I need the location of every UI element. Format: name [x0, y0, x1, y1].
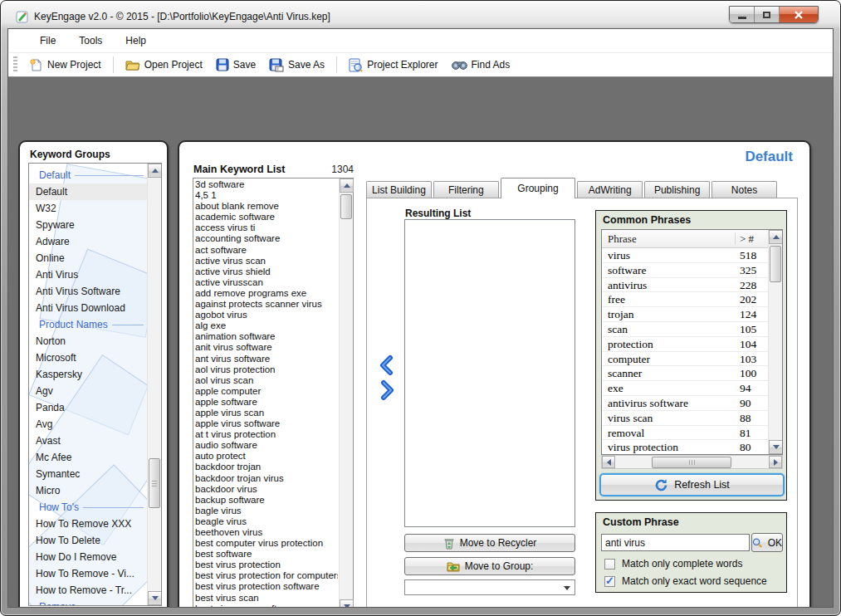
- column-count[interactable]: > #: [740, 232, 754, 246]
- scroll-up-button[interactable]: [148, 164, 162, 178]
- phrase-row[interactable]: antivirus software90: [602, 396, 768, 411]
- phrase-row[interactable]: trojan124: [602, 307, 768, 322]
- common-phrases-hscrollbar[interactable]: [601, 455, 783, 469]
- scrollbar-thumb[interactable]: [149, 458, 160, 508]
- keyword-list-item[interactable]: active virusscan: [195, 277, 338, 288]
- keyword-group-item[interactable]: Norton: [29, 333, 147, 350]
- checkbox-icon[interactable]: [604, 576, 615, 587]
- keyword-group-item[interactable]: W32: [29, 200, 147, 217]
- keyword-list-item[interactable]: best virus scan: [195, 593, 338, 604]
- move-left-button[interactable]: [376, 354, 398, 376]
- keyword-list-item[interactable]: ant virus software: [195, 354, 338, 364]
- keyword-list-item[interactable]: bagle virus: [195, 506, 338, 516]
- scroll-down-button[interactable]: [148, 591, 162, 605]
- keyword-group-item[interactable]: Adware: [29, 233, 147, 250]
- keyword-group-item[interactable]: Avast: [29, 433, 147, 449]
- common-phrases-vscrollbar[interactable]: [768, 230, 782, 454]
- scroll-up-button[interactable]: [340, 178, 354, 193]
- keyword-list-item[interactable]: accounting software: [195, 233, 338, 244]
- phrase-row[interactable]: exe94: [602, 381, 768, 396]
- keyword-list-item[interactable]: best software: [195, 549, 338, 560]
- keyword-list-item[interactable]: best computer virus protection: [195, 538, 338, 549]
- tab-grouping[interactable]: Grouping: [501, 178, 575, 198]
- keyword-list-item[interactable]: backdoor virus: [195, 484, 338, 495]
- keyword-list-item[interactable]: beagle virus: [195, 516, 338, 527]
- keyword-list-item[interactable]: apple virus software: [195, 418, 338, 429]
- save-as-button[interactable]: I Save As: [264, 56, 330, 75]
- keyword-list-item[interactable]: audio software: [195, 440, 338, 451]
- keyword-list-item[interactable]: apple computer: [195, 386, 338, 397]
- keyword-list-item[interactable]: apple software: [195, 397, 338, 408]
- close-button[interactable]: [780, 7, 818, 22]
- keyword-group-item[interactable]: Microsoft: [29, 350, 147, 366]
- phrase-row[interactable]: virus518: [602, 248, 768, 263]
- keyword-list-item[interactable]: aol virus protection: [195, 364, 338, 375]
- scrollbar-thumb[interactable]: [652, 457, 731, 468]
- match-exact-sequence-option[interactable]: Match only exact word sequence: [604, 575, 767, 587]
- keyword-list-item[interactable]: act software: [195, 245, 338, 256]
- tab-publishing[interactable]: Publishing: [644, 181, 710, 198]
- phrase-row[interactable]: software325: [602, 263, 768, 278]
- phrase-row[interactable]: removal81: [602, 426, 768, 441]
- phrase-row[interactable]: protection104: [602, 337, 768, 352]
- tab-adwriting[interactable]: AdWriting: [577, 181, 643, 198]
- keyword-list-item[interactable]: about blank remove: [195, 201, 338, 212]
- keyword-group-item[interactable]: How To Remove XXX: [29, 516, 147, 532]
- keyword-list-item[interactable]: against protects scanner virus: [195, 299, 338, 310]
- phrase-row[interactable]: scan105: [602, 322, 768, 337]
- keyword-group-item[interactable]: Anti Virus Download: [29, 300, 147, 316]
- keyword-group-item[interactable]: Mc Afee: [29, 449, 147, 466]
- project-explorer-button[interactable]: Project Explorer: [344, 56, 443, 75]
- keyword-list-item[interactable]: apple virus scan: [195, 408, 338, 418]
- scroll-up-button[interactable]: [769, 230, 783, 244]
- phrase-row[interactable]: antivirus228: [602, 278, 768, 293]
- move-to-group-button[interactable]: Move to Group:: [404, 557, 575, 575]
- scroll-left-button[interactable]: [602, 456, 615, 468]
- refresh-list-button[interactable]: Refresh List: [599, 473, 785, 496]
- keyword-group-item[interactable]: Avg: [29, 416, 147, 433]
- scroll-down-button[interactable]: [769, 440, 783, 454]
- keyword-list-item[interactable]: backdoor trojan virus: [195, 473, 338, 484]
- phrase-row[interactable]: scanner100: [602, 366, 768, 381]
- keyword-list-item[interactable]: backdoor trojan: [195, 462, 338, 472]
- keyword-list-item[interactable]: access virus ti: [195, 222, 338, 233]
- move-right-button[interactable]: [376, 379, 398, 401]
- match-complete-words-option[interactable]: Match only complete words: [604, 558, 742, 570]
- checkbox-icon[interactable]: [604, 559, 615, 570]
- toolbar-grip[interactable]: [13, 56, 17, 73]
- save-button[interactable]: Save: [211, 56, 261, 74]
- tab-list-building[interactable]: List Building: [366, 181, 432, 198]
- keyword-list-item[interactable]: at t virus protection: [195, 429, 338, 440]
- keyword-list-item[interactable]: best virus protection software: [195, 581, 338, 592]
- keyword-list-item[interactable]: active virus scan: [195, 256, 338, 266]
- keyword-group-item[interactable]: Panda: [29, 399, 147, 416]
- open-project-button[interactable]: Open Project: [120, 56, 208, 74]
- main-list-scrollbar[interactable]: [339, 178, 353, 608]
- keyword-list-item[interactable]: best virus protection: [195, 560, 338, 570]
- phrase-row[interactable]: virus protection80: [602, 440, 768, 455]
- keyword-group-item[interactable]: Micro: [29, 482, 147, 499]
- minimize-button[interactable]: [730, 7, 755, 22]
- tab-filtering[interactable]: Filtering: [433, 181, 499, 198]
- resulting-listbox[interactable]: [404, 219, 575, 527]
- keyword-group-item[interactable]: Symantec: [29, 466, 147, 482]
- find-ads-button[interactable]: Find Ads: [447, 56, 516, 73]
- keyword-list-item[interactable]: backup software: [195, 495, 338, 506]
- ok-button[interactable]: OK: [751, 533, 783, 552]
- keyword-list-item[interactable]: alg exe: [195, 320, 338, 331]
- keyword-list-item[interactable]: beethoven virus: [195, 527, 338, 538]
- custom-phrase-input[interactable]: [601, 534, 750, 551]
- tab-notes[interactable]: Notes: [711, 181, 777, 198]
- keyword-group-item[interactable]: Kaspersky: [29, 366, 147, 383]
- keyword-groups-scrollbar[interactable]: [147, 164, 161, 605]
- keyword-list-item[interactable]: best virus protection for computers: [195, 570, 338, 581]
- move-to-recycler-button[interactable]: Move to Recycler: [404, 534, 575, 552]
- keyword-group-item[interactable]: Anti Virus: [29, 266, 147, 283]
- keyword-list-item[interactable]: add remove programs exe: [195, 288, 338, 299]
- phrase-row[interactable]: computer103: [602, 352, 768, 367]
- keyword-group-item[interactable]: How To Delete: [29, 532, 147, 549]
- menu-file[interactable]: File: [30, 32, 66, 50]
- scroll-right-button[interactable]: [769, 456, 782, 468]
- keyword-group-item[interactable]: Online: [29, 250, 147, 266]
- keyword-group-item[interactable]: How to Remove - Tr...: [29, 582, 147, 599]
